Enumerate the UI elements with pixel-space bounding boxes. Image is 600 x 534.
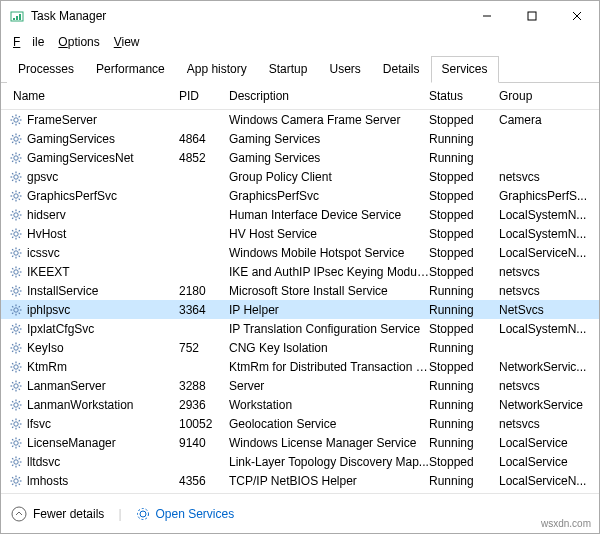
svg-line-68 — [19, 236, 20, 237]
table-row[interactable]: LanmanWorkstation2936WorkstationRunningN… — [1, 395, 599, 414]
service-status: Running — [429, 132, 499, 146]
table-row[interactable]: GraphicsPerfSvcGraphicsPerfSvcStoppedGra… — [1, 186, 599, 205]
table-row[interactable]: KtmRmKtmRm for Distributed Transaction C… — [1, 357, 599, 376]
open-services-button[interactable]: Open Services — [136, 507, 235, 521]
gear-icon — [9, 379, 23, 393]
service-group: LocalSystemN... — [499, 227, 591, 241]
header-description[interactable]: Description — [229, 89, 429, 103]
svg-line-148 — [12, 401, 13, 402]
header-status[interactable]: Status — [429, 89, 499, 103]
app-icon — [9, 8, 25, 24]
svg-line-67 — [12, 230, 13, 231]
table-row[interactable]: lfsvc10052Geolocation ServiceRunningnets… — [1, 414, 599, 433]
fewer-details-button[interactable]: Fewer details — [11, 506, 104, 522]
service-pid: 2180 — [179, 284, 229, 298]
svg-line-133 — [12, 369, 13, 370]
svg-line-151 — [12, 407, 13, 408]
table-row[interactable]: iphlpsvc3364IP HelperRunningNetSvcs — [1, 300, 599, 319]
svg-line-76 — [12, 249, 13, 250]
svg-line-97 — [12, 293, 13, 294]
svg-line-167 — [19, 445, 20, 446]
table-row[interactable]: InstallService2180Microsoft Store Instal… — [1, 281, 599, 300]
svg-line-79 — [12, 255, 13, 256]
service-status: Stopped — [429, 322, 499, 336]
service-status: Stopped — [429, 265, 499, 279]
table-row[interactable]: IpxlatCfgSvcIP Translation Configuration… — [1, 319, 599, 338]
service-description: Gaming Services — [229, 151, 429, 165]
svg-line-159 — [19, 420, 20, 421]
menu-file[interactable]: File — [7, 33, 50, 51]
svg-line-121 — [12, 344, 13, 345]
svg-line-124 — [12, 350, 13, 351]
svg-rect-2 — [16, 16, 18, 20]
header-pid[interactable]: PID — [179, 89, 229, 103]
table-row[interactable]: icssvcWindows Mobile Hotspot ServiceStop… — [1, 243, 599, 262]
table-row[interactable]: GamingServices4864Gaming ServicesRunning — [1, 129, 599, 148]
maximize-button[interactable] — [509, 1, 554, 31]
service-description: IKE and AuthIP IPsec Keying Modules — [229, 265, 429, 279]
footer-separator: | — [118, 507, 121, 521]
svg-line-24 — [19, 135, 20, 136]
header-name[interactable]: Name — [9, 89, 179, 103]
service-description: IP Helper — [229, 303, 429, 317]
table-row[interactable]: LicenseManager9140Windows License Manage… — [1, 433, 599, 452]
table-row[interactable]: gpsvcGroup Policy ClientStoppednetsvcs — [1, 167, 599, 186]
menu-view[interactable]: View — [108, 33, 146, 51]
service-group: LocalService — [499, 436, 591, 450]
tab-users[interactable]: Users — [318, 56, 371, 83]
fewer-details-label: Fewer details — [33, 507, 104, 521]
svg-line-175 — [12, 458, 13, 459]
table-row[interactable]: FrameServerWindows Camera Frame ServerSt… — [1, 110, 599, 129]
gear-icon — [9, 227, 23, 241]
svg-line-31 — [12, 154, 13, 155]
tab-performance[interactable]: Performance — [85, 56, 176, 83]
service-description: Microsoft Store Install Service — [229, 284, 429, 298]
service-status: Running — [429, 284, 499, 298]
menu-options[interactable]: Options — [52, 33, 105, 51]
minimize-button[interactable] — [464, 1, 509, 31]
header-group[interactable]: Group — [499, 89, 591, 103]
tab-processes[interactable]: Processes — [7, 56, 85, 83]
gear-icon — [9, 322, 23, 336]
svg-point-179 — [14, 478, 18, 482]
svg-point-35 — [14, 174, 18, 178]
service-name: InstallService — [27, 284, 98, 298]
svg-line-157 — [12, 420, 13, 421]
service-description: Workstation — [229, 398, 429, 412]
tab-startup[interactable]: Startup — [258, 56, 319, 83]
service-description: IP Translation Configuration Service — [229, 322, 429, 336]
svg-line-60 — [19, 211, 20, 212]
table-row[interactable]: IKEEXTIKE and AuthIP IPsec Keying Module… — [1, 262, 599, 281]
close-button[interactable] — [554, 1, 599, 31]
tab-apphistory[interactable]: App history — [176, 56, 258, 83]
service-description: TCP/IP NetBIOS Helper — [229, 474, 429, 488]
svg-line-86 — [19, 274, 20, 275]
svg-line-177 — [19, 458, 20, 459]
table-row[interactable]: GamingServicesNet4852Gaming ServicesRunn… — [1, 148, 599, 167]
service-group: NetSvcs — [499, 303, 591, 317]
table-row[interactable]: KeyIso752CNG Key IsolationRunning — [1, 338, 599, 357]
svg-line-114 — [19, 325, 20, 326]
svg-line-95 — [19, 293, 20, 294]
gear-icon — [9, 113, 23, 127]
service-status: Running — [429, 303, 499, 317]
table-row[interactable]: HvHostHV Host ServiceStoppedLocalSystemN… — [1, 224, 599, 243]
service-name: lfsvc — [27, 417, 51, 431]
table-row[interactable]: hidservHuman Interface Device ServiceSto… — [1, 205, 599, 224]
svg-line-158 — [19, 426, 20, 427]
tab-services[interactable]: Services — [431, 56, 499, 83]
service-list[interactable]: FrameServerWindows Camera Frame ServerSt… — [1, 110, 599, 490]
service-name: LanmanServer — [27, 379, 106, 393]
gear-icon — [9, 265, 23, 279]
service-name: gpsvc — [27, 170, 58, 184]
table-row[interactable]: lmhosts4356TCP/IP NetBIOS HelperRunningL… — [1, 471, 599, 490]
tab-details[interactable]: Details — [372, 56, 431, 83]
table-row[interactable]: lltdsvcLink-Layer Topology Discovery Map… — [1, 452, 599, 471]
svg-line-142 — [12, 388, 13, 389]
gear-icon — [9, 436, 23, 450]
svg-point-44 — [14, 193, 18, 197]
service-name: FrameServer — [27, 113, 97, 127]
service-description: Gaming Services — [229, 132, 429, 146]
table-row[interactable]: LanmanServer3288ServerRunningnetsvcs — [1, 376, 599, 395]
svg-point-80 — [14, 269, 18, 273]
